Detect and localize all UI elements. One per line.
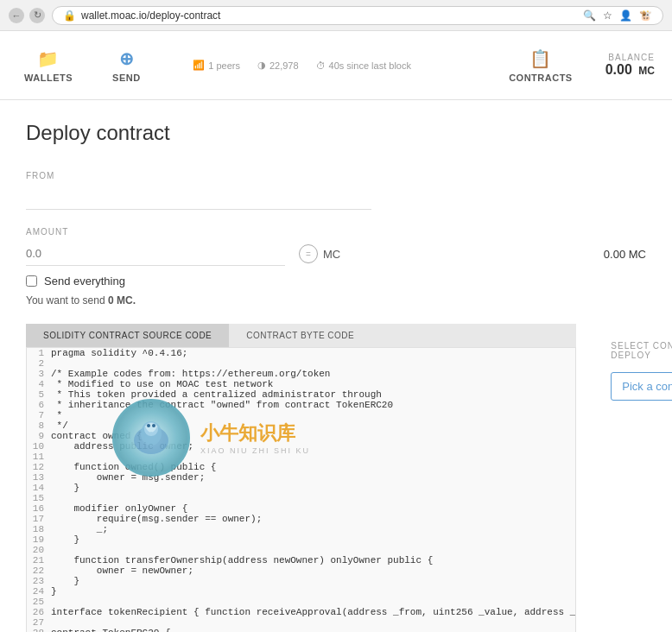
browser-controls: ← ↻ — [9, 8, 45, 23]
code-tabs: SOLIDITY CONTRACT SOURCE CODE CONTRACT B… — [26, 324, 576, 347]
send-icon: ⊕ — [119, 48, 135, 69]
line-number: 9 — [27, 431, 51, 441]
code-container[interactable]: 1pragma solidity ^0.4.16;23/* Example co… — [26, 347, 576, 632]
balance-unit: MC — [638, 65, 655, 77]
balance-label: BALANCE — [605, 53, 655, 62]
balance-value: 0.00 MC — [605, 62, 655, 78]
table-row: 23 } — [27, 576, 575, 586]
table-row: 24} — [27, 586, 575, 597]
address-bar-icons: 🔍 ☆ 👤 🐮 — [583, 9, 652, 22]
mc-selector[interactable]: = MC — [299, 244, 340, 263]
from-label: FROM — [26, 171, 646, 180]
back-button[interactable]: ← — [9, 8, 24, 23]
line-number: 4 — [27, 379, 51, 389]
table-row: 1pragma solidity ^0.4.16; — [27, 348, 575, 358]
line-number: 23 — [27, 576, 51, 586]
table-row: 20 — [27, 545, 575, 555]
table-row: 5 * This token provided a centralized ad… — [27, 389, 575, 400]
line-number: 22 — [27, 566, 51, 576]
line-content: address public owner; — [51, 441, 193, 452]
table-row: 4 * Modified to use on MOAC test network — [27, 379, 575, 389]
send-everything-row: Send everything — [26, 275, 646, 288]
line-content: owner = msg.sender; — [51, 472, 205, 483]
tab-byte-code[interactable]: CONTRACT BYTE CODE — [229, 324, 371, 347]
address-bar[interactable]: 🔒 wallet.moac.io/deploy-contract 🔍 ☆ 👤 🐮 — [52, 6, 663, 25]
main-content: Deploy contract FROM AMOUNT = MC 0.00 MC… — [0, 100, 672, 632]
amount-group: AMOUNT = MC 0.00 MC Send everything You … — [26, 227, 646, 307]
table-row: 2 — [27, 358, 575, 369]
url-text: wallet.moac.io/deploy-contract — [81, 9, 220, 22]
table-row: 28contract TokenERC20 { — [27, 628, 575, 632]
profile-icon[interactable]: 👤 — [619, 9, 632, 22]
send-everything-label: Send everything — [44, 275, 125, 288]
bookmark-icon[interactable]: ☆ — [603, 9, 612, 22]
table-row: 6 * inheritance the contract "owned" fro… — [27, 400, 575, 410]
contracts-nav[interactable]: 📋 CONTRACTS — [502, 40, 580, 92]
app-header: 📁 WALLETS ⊕ SEND 📶 1 peers ◑ 22,978 ⏱ 40… — [0, 31, 672, 100]
send-everything-checkbox[interactable] — [26, 275, 37, 287]
line-number: 18 — [27, 524, 51, 534]
wallets-label: WALLETS — [24, 73, 73, 83]
line-number: 25 — [27, 597, 51, 607]
refresh-button[interactable]: ↻ — [29, 8, 45, 23]
lastblock-info: ⏱ 40s since last block — [316, 60, 411, 71]
table-row: 3/* Example codes from: https://ethereum… — [27, 369, 575, 379]
send-info-text: You want to send — [26, 294, 105, 307]
line-content: } — [51, 586, 57, 597]
table-row: 25 — [27, 597, 575, 607]
line-number: 17 — [27, 514, 51, 524]
wallets-nav[interactable]: 📁 WALLETS — [17, 40, 79, 92]
line-number: 21 — [27, 555, 51, 566]
line-content: * — [51, 410, 62, 420]
line-content: * inheritance the contract "owned" from … — [51, 400, 393, 410]
extension-icon[interactable]: 🐮 — [639, 9, 652, 22]
send-label: SEND — [112, 73, 141, 83]
line-number: 26 — [27, 607, 51, 617]
line-number: 19 — [27, 534, 51, 545]
table-row: 14 } — [27, 483, 575, 493]
table-row: 17 require(msg.sender == owner); — [27, 514, 575, 524]
line-content: function transferOwnership(address newOw… — [51, 555, 433, 566]
from-input[interactable] — [26, 186, 371, 210]
line-number: 11 — [27, 452, 51, 462]
table-row: 27 — [27, 617, 575, 628]
send-nav[interactable]: ⊕ SEND — [105, 40, 148, 92]
line-content: modifier onlyOwner { — [51, 503, 187, 514]
nav-right: 📋 CONTRACTS BALANCE 0.00 MC — [502, 40, 655, 92]
send-info: You want to send 0 MC. — [26, 294, 646, 307]
lock-icon: 🔒 — [63, 9, 76, 22]
line-number: 3 — [27, 369, 51, 379]
code-body-container: 1pragma solidity ^0.4.16;23/* Example co… — [26, 347, 576, 632]
table-row: 10 address public owner; — [27, 441, 575, 452]
line-content: contract owned { — [51, 431, 143, 441]
line-number: 14 — [27, 483, 51, 493]
line-content: } — [51, 483, 79, 493]
line-number: 15 — [27, 493, 51, 503]
line-content: require(msg.sender == owner); — [51, 514, 262, 524]
line-number: 1 — [27, 348, 51, 358]
amount-input[interactable] — [26, 242, 285, 266]
line-content: */ — [51, 420, 68, 431]
table-row: 12 function owned() public { — [27, 462, 575, 472]
peers-icon: 📶 — [193, 60, 205, 71]
table-row: 13 owner = msg.sender; — [27, 472, 575, 483]
contracts-icon: 📋 — [529, 48, 552, 69]
from-group: FROM — [26, 171, 646, 210]
code-area-wrap: SOLIDITY CONTRACT SOURCE CODE CONTRACT B… — [26, 324, 576, 632]
line-number: 7 — [27, 410, 51, 420]
table-row: 21 function transferOwnership(address ne… — [27, 555, 575, 566]
nav-left: 📁 WALLETS ⊕ SEND — [17, 40, 148, 92]
lastblock-text: 40s since last block — [329, 60, 411, 71]
contracts-label: CONTRACTS — [509, 73, 573, 83]
tab-source-code[interactable]: SOLIDITY CONTRACT SOURCE CODE — [26, 324, 229, 347]
table-row: 16 modifier onlyOwner { — [27, 503, 575, 514]
balance-amount: 0.00 — [605, 62, 632, 77]
line-number: 2 — [27, 358, 51, 369]
contract-select[interactable]: Pick a contract — [611, 372, 672, 401]
line-number: 13 — [27, 472, 51, 483]
line-number: 12 — [27, 462, 51, 472]
title-light: Deploy — [26, 121, 91, 144]
table-row: 26interface tokenRecipient { function re… — [27, 607, 575, 617]
search-icon[interactable]: 🔍 — [583, 9, 596, 22]
page-title: Deploy contract — [26, 121, 646, 145]
